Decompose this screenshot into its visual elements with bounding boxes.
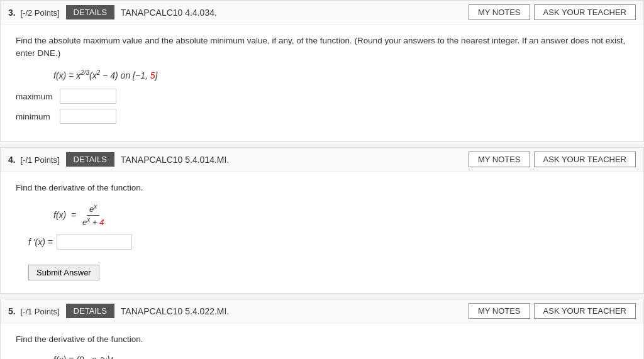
problem-5-function: f(x) = (9 − e−8x)4 [53,355,628,359]
fprime-label-4: f '(x) = [28,237,53,247]
problem-3-code: TANAPCALC10 4.4.034. [121,8,469,18]
problem-3-minimum-row: minimum [16,109,628,124]
submit-answer-button-4[interactable]: Submit Answer [28,265,99,280]
fprime-input-4[interactable] [57,235,132,250]
problem-4-function: f(x) = ex ex + 4 [53,203,628,227]
problem-5-number: 5. [-/1 Points] [8,306,60,316]
problem-3-number: 3. [-/2 Points] [8,8,60,18]
problem-3-function: f(x) = x2/3(x2 − 4) on [−1, 5] [53,69,628,80]
ask-teacher-button-5[interactable]: ASK YOUR TEACHER [534,303,636,319]
problem-4: 4. [-/1 Points] DETAILS TANAPCALC10 5.4.… [0,147,644,294]
my-notes-button-3[interactable]: MY NOTES [469,4,530,20]
problem-4-header: 4. [-/1 Points] DETAILS TANAPCALC10 5.4.… [1,148,643,172]
details-button-4[interactable]: DETAILS [66,152,114,167]
problem-5-header: 5. [-/1 Points] DETAILS TANAPCALC10 5.4.… [1,299,643,323]
problem-4-actions: MY NOTES ASK YOUR TEACHER [469,152,636,167]
minimum-input[interactable] [60,109,116,124]
problem-3: 3. [-/2 Points] DETAILS TANAPCALC10 4.4.… [0,0,644,142]
problem-4-body: Find the derivative of the function. f(x… [1,172,643,293]
ask-teacher-button-3[interactable]: ASK YOUR TEACHER [534,4,636,20]
maximum-input[interactable] [60,89,116,104]
problem-5-body: Find the derivative of the function. f(x… [1,323,643,359]
problem-4-number: 4. [-/1 Points] [8,155,60,165]
problem-4-instruction: Find the derivative of the function. [16,182,628,194]
problem-3-maximum-row: maximum [16,89,628,104]
fraction-display: ex ex + 4 [80,203,106,227]
problem-5: 5. [-/1 Points] DETAILS TANAPCALC10 5.4.… [0,299,644,359]
problem-5-code: TANAPCALC10 5.4.022.MI. [121,306,469,316]
ask-teacher-button-4[interactable]: ASK YOUR TEACHER [534,152,636,167]
details-button-3[interactable]: DETAILS [66,5,114,19]
problem-3-actions: MY NOTES ASK YOUR TEACHER [469,4,636,20]
problem-5-actions: MY NOTES ASK YOUR TEACHER [469,303,636,319]
problem-4-code: TANAPCALC10 5.4.014.MI. [121,155,469,165]
maximum-label: maximum [16,92,60,101]
my-notes-button-4[interactable]: MY NOTES [469,152,530,167]
minimum-label: minimum [16,112,60,121]
problem-5-instruction: Find the derivative of the function. [16,333,628,346]
my-notes-button-5[interactable]: MY NOTES [469,303,530,319]
problem-3-instruction: Find the absolute maximum value and the … [16,35,628,60]
problem-3-body: Find the absolute maximum value and the … [1,25,643,141]
problem-3-header: 3. [-/2 Points] DETAILS TANAPCALC10 4.4.… [1,1,643,25]
problem-4-fprime-row: f '(x) = [28,235,628,250]
details-button-5[interactable]: DETAILS [66,304,114,318]
